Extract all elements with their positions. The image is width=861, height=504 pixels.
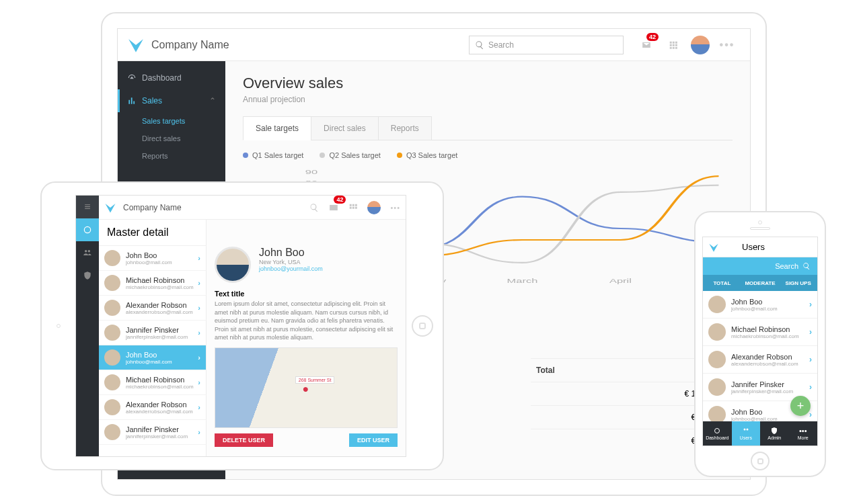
content-tabs: Sale targets Direct sales Reports xyxy=(243,116,733,140)
tab-sale-targets[interactable]: Sale targets xyxy=(243,116,311,140)
rail-menu-button[interactable]: ≡ xyxy=(76,196,99,218)
mail-button[interactable]: 42 xyxy=(324,198,343,217)
phone-frame: Users Search TOTAL MODERATE SIGN UPS Joh… xyxy=(694,211,826,477)
avatar-icon xyxy=(708,351,726,368)
detail-text-body: Lorem ipsum dolor sit amet, consectetur … xyxy=(215,300,398,342)
brand-name: Company Name xyxy=(123,203,182,212)
mail-button[interactable]: 42 xyxy=(637,36,656,54)
avatar-icon xyxy=(708,406,726,421)
nav-more[interactable]: •••More xyxy=(789,421,818,446)
search-input[interactable]: Search xyxy=(469,36,624,54)
sidebar-sub-reports[interactable]: Reports xyxy=(118,147,225,165)
search-icon xyxy=(802,262,811,270)
detail-text-title: Text title xyxy=(215,290,398,298)
gauge-icon xyxy=(127,73,137,83)
gauge-icon xyxy=(83,225,92,235)
master-list-item[interactable]: Jannifer Pinskerjanniferpinsker@mail.com… xyxy=(99,420,206,445)
apps-grid-button[interactable] xyxy=(664,36,683,54)
shield-icon xyxy=(770,427,778,435)
notification-badge: 42 xyxy=(334,196,346,204)
sidebar-item-dashboard[interactable]: Dashboard xyxy=(118,67,225,89)
tablet-icon-rail: ≡ xyxy=(76,196,99,456)
gauge-icon xyxy=(713,427,721,435)
more-button[interactable]: ••• xyxy=(390,204,400,212)
avatar-icon xyxy=(104,424,120,440)
chevron-right-icon: › xyxy=(198,304,200,312)
master-list-item[interactable]: Jannifer Pinskerjanniferpinsker@mail.com… xyxy=(99,321,206,345)
detail-email[interactable]: johnboo@yourmail.com xyxy=(259,265,323,272)
sidebar-sub-targets[interactable]: Sales targets xyxy=(118,112,225,130)
detail-map[interactable]: 268 Summer St ● xyxy=(215,347,398,428)
avatar-icon xyxy=(104,250,120,266)
users-icon xyxy=(742,427,750,435)
chevron-right-icon: › xyxy=(809,355,812,364)
avatar-icon xyxy=(708,296,726,313)
chevron-right-icon: › xyxy=(809,327,812,337)
master-title: Master detail xyxy=(99,220,206,246)
map-pin-icon: ● xyxy=(303,383,309,395)
phone-search-bar[interactable]: Search xyxy=(703,257,817,275)
chevron-right-icon: › xyxy=(809,382,812,392)
chevron-right-icon: › xyxy=(198,329,200,337)
master-list-item[interactable]: Alexander Robsonalexanderrobson@mail.com… xyxy=(99,296,206,321)
profile-avatar[interactable] xyxy=(691,36,710,54)
brand-logo-icon xyxy=(127,36,145,54)
notification-badge: 42 xyxy=(646,33,659,41)
grid-icon[interactable] xyxy=(348,203,358,212)
master-list-item[interactable]: John Boojohnboo@mail.com › xyxy=(99,246,206,271)
totals-header: Total xyxy=(536,366,555,375)
avatar-icon xyxy=(104,349,120,366)
add-button[interactable]: + xyxy=(790,396,811,416)
avatar-icon xyxy=(104,399,120,415)
sidebar-sub-direct[interactable]: Direct sales xyxy=(118,130,225,147)
avatar-icon xyxy=(104,275,120,291)
envelope-icon xyxy=(642,40,651,50)
phone-tab-total[interactable]: TOTAL xyxy=(703,275,741,291)
svg-text:90: 90 xyxy=(305,169,317,175)
chart-legend: Q1 Sales target Q2 Sales target Q3 Sales… xyxy=(243,151,733,159)
nav-dashboard[interactable]: Dashboard xyxy=(703,421,732,446)
svg-text:April: April xyxy=(609,278,632,284)
phone-tab-moderate[interactable]: MODERATE xyxy=(741,275,780,291)
chevron-right-icon: › xyxy=(809,300,812,309)
sidebar-item-sales[interactable]: Sales ⌃ xyxy=(118,89,225,112)
profile-avatar[interactable] xyxy=(367,201,381,214)
sidebar-label: Dashboard xyxy=(142,73,182,83)
svg-point-15 xyxy=(84,226,90,233)
brand-logo-icon xyxy=(708,242,719,253)
svg-point-16 xyxy=(715,429,720,433)
envelope-icon xyxy=(329,203,338,212)
detail-location: New York, USA xyxy=(259,259,323,265)
rail-security-button[interactable] xyxy=(76,264,99,287)
phone-list-item[interactable]: John Boojohnboo@mail.com › xyxy=(703,291,817,319)
phone-list-item[interactable]: Michael Robinsonmichaekrobinson@mail.com… xyxy=(703,319,817,346)
search-icon xyxy=(475,40,484,50)
more-button[interactable]: ••• xyxy=(718,36,737,54)
phone-user-list: John Boojohnboo@mail.com › Michael Robin… xyxy=(703,291,817,421)
map-pin-label: 268 Summer St xyxy=(295,376,335,384)
master-list-item[interactable]: Michael Robinsonmichaekrobinson@mail.com… xyxy=(99,271,206,296)
master-list-item[interactable]: Alexander Robsonalexanderrobson@mail.com… xyxy=(99,395,206,420)
nav-users[interactable]: Users xyxy=(732,421,761,446)
tab-direct-sales[interactable]: Direct sales xyxy=(311,116,379,140)
phone-screen: Users Search TOTAL MODERATE SIGN UPS Joh… xyxy=(702,237,818,446)
nav-admin[interactable]: Admin xyxy=(760,421,789,446)
edit-user-button[interactable]: EDIT USER xyxy=(349,433,398,447)
chevron-right-icon: › xyxy=(198,403,200,411)
tablet-home-button[interactable] xyxy=(412,315,433,337)
master-list-item[interactable]: Michael Robinsonmichaekrobinson@mail.com… xyxy=(99,370,206,395)
users-icon xyxy=(83,248,92,257)
tab-reports[interactable]: Reports xyxy=(378,116,432,140)
rail-users-button[interactable] xyxy=(76,241,99,264)
tablet-frame: ≡ Company Name 42 ••• xyxy=(40,181,444,470)
master-list-item[interactable]: John Boojohnboo@mail.com › xyxy=(99,345,206,370)
phone-tab-signups[interactable]: SIGN UPS xyxy=(779,275,817,291)
delete-user-button[interactable]: DELETE USER xyxy=(215,433,273,447)
brand-name: Company Name xyxy=(151,39,229,51)
tablet-topbar: Company Name 42 ••• xyxy=(99,196,406,220)
rail-dashboard-button[interactable] xyxy=(76,218,99,241)
avatar-icon xyxy=(104,374,120,390)
phone-home-button[interactable] xyxy=(751,452,770,470)
phone-list-item[interactable]: Alexander Robsonalexanderrobson@mail.com… xyxy=(703,346,817,374)
search-icon[interactable] xyxy=(309,203,319,212)
